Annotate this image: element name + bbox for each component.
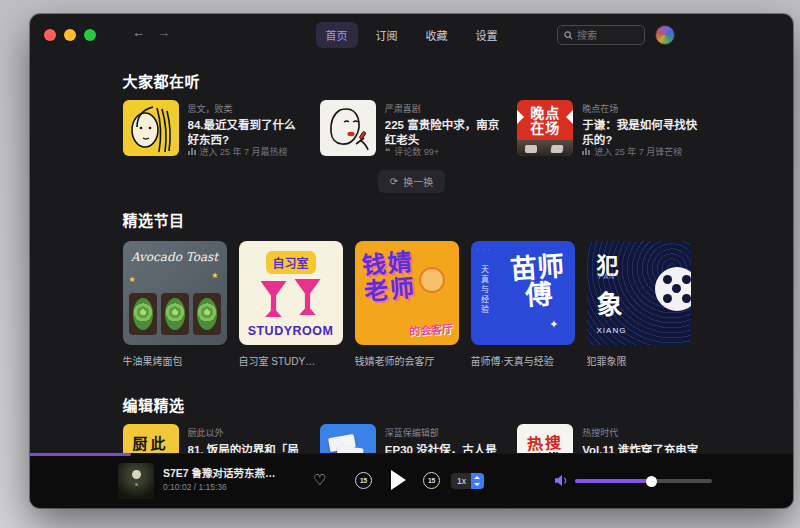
tab-subscriptions[interactable]: 订阅 — [366, 22, 408, 48]
chart-icon — [582, 148, 590, 155]
traffic-lights — [44, 29, 96, 41]
player-progress-fill — [30, 453, 131, 456]
forward-icon[interactable]: → — [157, 25, 170, 40]
minimize-icon[interactable] — [64, 29, 76, 41]
show-cover-fanzui[interactable]: 犯 FAN 象 XIANG — [587, 241, 691, 345]
podcast-cover-wandian[interactable]: 晚点 在场 — [517, 100, 573, 156]
show-label: 牛油果烤面包 — [123, 353, 227, 368]
episode-title: 于谦：我是如何寻找快乐的? — [582, 118, 700, 145]
rewind-15-icon[interactable]: 15 — [355, 472, 372, 489]
volume-fill — [575, 479, 652, 483]
podcast-name: 深蓝保编辑部 — [385, 426, 503, 439]
podcast-cover-resou[interactable]: 热搜 时代 — [517, 424, 573, 453]
cover-title-text: 热搜 — [527, 434, 564, 453]
play-icon[interactable] — [391, 470, 406, 490]
podcast-cover-yansu[interactable] — [320, 100, 376, 156]
cover-title-text: 钱婧 老师 — [360, 249, 416, 305]
speed-label: 1x — [457, 476, 466, 486]
show-item[interactable]: · · · 天真与经验 苗师傅 ✦ 苗师傅·天真与经验 — [471, 241, 575, 368]
cover-title-text: 象 — [597, 284, 623, 321]
show-item[interactable]: 犯 FAN 象 XIANG 犯罪象限 — [587, 241, 691, 368]
forward-15-icon[interactable]: 15 — [423, 472, 440, 489]
episode-title: EP30 没社保，古人是怎么养老的？几千年前的老祖宗们太超前… — [385, 443, 503, 453]
show-label: 犯罪象限 — [587, 353, 691, 368]
section-heading-listening: 大家都在听 — [123, 70, 701, 91]
show-label: 苗师傅·天真与经验 — [471, 353, 575, 368]
episode-card[interactable]: 严肃喜剧 225 富贵险中求，南京红老头 ❝ 评论数 99+ — [320, 100, 503, 158]
now-playing-time: 0:10:02 / 1:15:36 — [163, 482, 227, 492]
show-item[interactable]: 自习室 STUDYROOM 自习室 STUDY… — [239, 241, 343, 368]
podcast-name: 厨此以外 — [188, 426, 306, 439]
show-item[interactable]: 钱婧 老师 的会客厅 钱婧老师的会客厅 — [355, 241, 459, 368]
maximize-icon[interactable] — [84, 29, 96, 41]
editors-row: 厨此 以外 厨此以外 81. 饭局的边界和「局长」的权力 — [123, 424, 701, 453]
toast-art — [129, 293, 221, 335]
episode-card[interactable]: 思文，败类 84.最近又看到了什么好东西? 进入 25 年 7 月最热榜 — [123, 100, 306, 158]
volume-icon[interactable] — [554, 474, 570, 487]
film-reel-icon — [655, 267, 691, 311]
stepper-icon — [471, 473, 484, 489]
refresh-button[interactable]: ⟳ 换一换 — [378, 170, 445, 193]
cover-title-text: Avocado Toast — [123, 250, 227, 264]
volume-slider[interactable] — [575, 479, 712, 483]
cover-title-text: STUDYROOM — [239, 324, 343, 338]
tab-settings[interactable]: 设置 — [466, 22, 508, 48]
episode-card[interactable]: 晚点 在场 晚点在场 于谦：我是如何寻找快乐的? 进入 25 年 7 月锋芒榜 — [517, 100, 700, 158]
now-playing-cover[interactable] — [118, 463, 154, 499]
glass-chair-art — [295, 279, 321, 315]
episode-title: Vol.11 谁炸穿了充电宝行业｜对话锂电池专家墨柯 — [582, 443, 700, 453]
show-cover-avocado[interactable]: Avocado Toast ★ ★ — [123, 241, 227, 345]
podcast-name: 严肃喜剧 — [385, 102, 503, 114]
section-heading-editors: 编辑精选 — [123, 394, 701, 415]
star-icon: ★ — [129, 275, 136, 284]
podcast-cover-siwen[interactable] — [123, 100, 179, 156]
main-content: 大家都在听 思文，败类 84.最近又看到了什么好东西? — [30, 56, 793, 453]
lipstick-face-art — [320, 100, 376, 156]
podcast-name: 热搜时代 — [582, 426, 700, 439]
now-playing-title: S7E7 鲁豫对话劳东燕… — [163, 465, 313, 480]
heart-icon[interactable]: ♡ — [313, 472, 326, 487]
app-window: ← → 首页 订阅 收藏 设置 大家都在听 — [30, 14, 793, 508]
search-field[interactable] — [577, 30, 637, 41]
speech-bubble: 自习室 — [265, 251, 315, 274]
podcast-cover-shenlan[interactable] — [320, 424, 376, 453]
episode-meta: 进入 25 年 7 月最热榜 — [188, 145, 306, 158]
show-cover-qianjing[interactable]: 钱婧 老师 的会客厅 — [355, 241, 459, 345]
cover-side-text: 天真与经验 — [479, 265, 490, 315]
card-stack-art — [336, 446, 363, 453]
cover-title-text: 晚点 在场 — [517, 106, 573, 136]
line-face-art — [123, 100, 179, 156]
episode-card[interactable]: 深蓝保编辑部 EP30 没社保，古人是怎么养老的？几千年前的老祖宗们太超前… — [320, 424, 503, 453]
playback-speed-select[interactable]: 1x — [451, 473, 484, 489]
section-heading-featured: 精选节目 — [123, 209, 701, 230]
featured-row: Avocado Toast ★ ★ 牛油果烤面包 自习室 STUDY — [123, 241, 701, 368]
podcast-name: 晚点在场 — [582, 102, 700, 114]
search-input[interactable] — [557, 25, 645, 45]
quote-icon: ❝ — [385, 149, 390, 155]
show-cover-studyroom[interactable]: 自习室 STUDYROOM — [239, 241, 343, 345]
avatar[interactable] — [655, 25, 675, 45]
cover-title-text: 苗师傅 — [507, 253, 569, 311]
glass-chair-art — [261, 281, 287, 317]
back-icon[interactable]: ← — [132, 25, 145, 40]
listening-row: 思文，败类 84.最近又看到了什么好东西? 进入 25 年 7 月最热榜 — [123, 100, 701, 158]
refresh-icon: ⟳ — [390, 176, 398, 187]
mascot-art — [419, 267, 445, 293]
cover-title-text: XIANG — [597, 326, 627, 335]
close-icon[interactable] — [44, 29, 56, 41]
episode-title: 84.最近又看到了什么好东西? — [188, 118, 306, 145]
show-item[interactable]: Avocado Toast ★ ★ 牛油果烤面包 — [123, 241, 227, 368]
tab-favorites[interactable]: 收藏 — [416, 22, 458, 48]
show-cover-miaoshifu[interactable]: · · · 天真与经验 苗师傅 ✦ — [471, 241, 575, 345]
tab-home[interactable]: 首页 — [316, 22, 358, 48]
episode-meta: 进入 25 年 7 月锋芒榜 — [582, 145, 700, 158]
episode-title: 225 富贵险中求，南京红老头 — [385, 118, 503, 145]
episode-card[interactable]: 厨此 以外 厨此以外 81. 饭局的边界和「局长」的权力 — [123, 424, 306, 453]
volume-knob[interactable] — [646, 476, 657, 487]
studio-photo-art — [517, 140, 573, 156]
cover-title-text: FAN — [599, 273, 616, 280]
cover-smallprint: · · · — [477, 246, 491, 252]
episode-card[interactable]: 热搜 时代 热搜时代 Vol.11 谁炸穿了充电宝行业｜对话锂电池专家墨柯 — [517, 424, 700, 453]
cover-subtitle-text: 的会客厅 — [408, 319, 453, 338]
podcast-cover-chuci[interactable]: 厨此 以外 — [123, 424, 179, 453]
